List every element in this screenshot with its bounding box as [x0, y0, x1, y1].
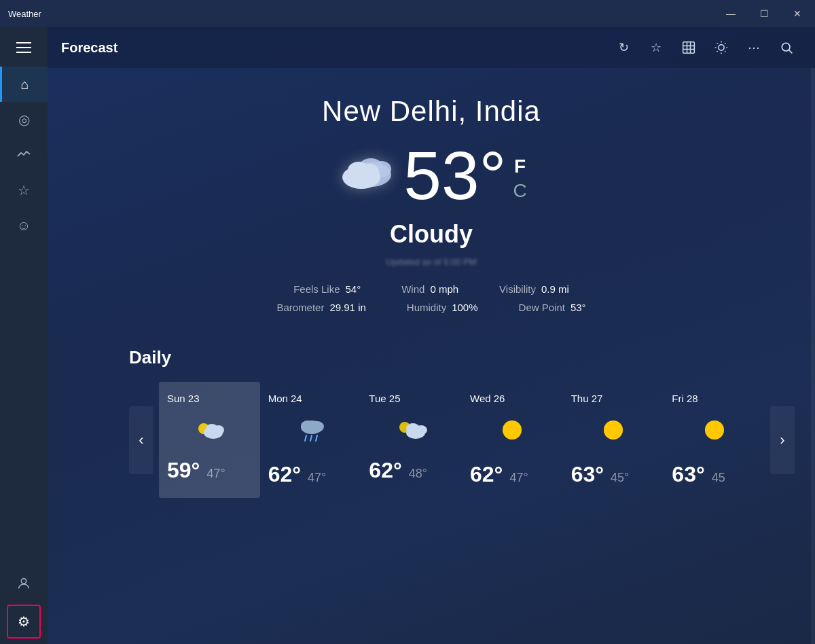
day-card-mon24[interactable]: Mon 24 62°: [260, 382, 361, 498]
feels-like-detail: Feels Like 54°: [293, 283, 361, 295]
content-area: Forecast ↻ ☆: [48, 27, 815, 644]
day-temps: 59° 47°: [167, 458, 225, 483]
detail-row-2: Barometer 29.91 in Humidity 100% Dew Poi…: [276, 302, 585, 313]
day-weather-icon: [698, 414, 731, 452]
day-low: 47°: [308, 471, 326, 485]
day-high: 59°: [167, 458, 200, 483]
daily-cards: Sun 23 59° 47°: [159, 382, 765, 498]
detail-row-1: Feels Like 54° Wind 0 mph Visibility 0.9…: [293, 283, 569, 295]
historical-icon: [16, 145, 32, 165]
close-button[interactable]: ✕: [788, 7, 807, 20]
svg-line-32: [316, 435, 317, 441]
app-container: ⌂ ◎ ☆ ☺: [0, 27, 815, 644]
profile-icon: [16, 576, 31, 594]
settings-button[interactable]: ⚙: [7, 605, 41, 639]
svg-line-16: [789, 50, 793, 54]
visibility-detail: Visibility 0.9 mi: [499, 283, 569, 295]
humidity-value: 100%: [452, 302, 477, 313]
sidebar-item-news[interactable]: ☺: [0, 208, 48, 243]
celsius-unit[interactable]: C: [513, 180, 527, 202]
day-label: Fri 28: [672, 393, 698, 404]
dew-point-detail: Dew Point 53°: [519, 302, 586, 313]
day-label: Sun 23: [167, 393, 200, 404]
day-high: 62°: [268, 462, 301, 487]
day-high: 62°: [470, 462, 503, 487]
fahrenheit-unit[interactable]: F: [513, 156, 527, 177]
title-bar: Weather — ☐ ✕: [0, 0, 815, 27]
weather-details-2: Barometer 29.91 in Humidity 100% Dew Poi…: [276, 302, 585, 313]
svg-point-22: [360, 164, 379, 180]
day-weather-icon: [193, 414, 225, 448]
temperature-units: F C: [513, 156, 527, 202]
units-button[interactable]: [706, 33, 736, 62]
day-card-wed26[interactable]: Wed 26 62° 47°: [462, 382, 563, 498]
day-high: 62°: [369, 458, 401, 483]
day-temps: 62° 48°: [369, 458, 427, 483]
day-low: 45: [712, 471, 725, 485]
scrollbar[interactable]: [811, 68, 815, 644]
day-card-tue25[interactable]: Tue 25 62° 48°: [361, 382, 462, 498]
dew-point-value: 53°: [570, 302, 586, 313]
svg-point-38: [503, 421, 522, 440]
app-title: Weather: [8, 9, 714, 19]
day-high: 63°: [672, 462, 704, 487]
svg-line-9: [717, 43, 718, 44]
barometer-value: 29.91 in: [329, 302, 365, 313]
sidebar-item-historical[interactable]: [0, 137, 48, 173]
home-icon: ⌂: [20, 77, 29, 92]
pin-button[interactable]: [674, 33, 704, 62]
favorites-icon: ☆: [18, 182, 30, 198]
day-card-sun23[interactable]: Sun 23 59° 47°: [159, 382, 260, 498]
temperature-display: 53° F C: [336, 141, 526, 209]
weather-details: Feels Like 54° Wind 0 mph Visibility 0.9…: [293, 283, 569, 295]
daily-title: Daily: [129, 347, 795, 368]
day-card-thu27[interactable]: Thu 27 63° 45°: [563, 382, 664, 498]
svg-line-31: [310, 435, 312, 441]
svg-point-42: [705, 421, 724, 440]
day-label: Mon 24: [268, 393, 302, 404]
dew-point-label: Dew Point: [519, 302, 565, 313]
svg-point-29: [310, 421, 324, 432]
visibility-label: Visibility: [499, 283, 536, 295]
weather-main: New Delhi, India 53°: [48, 68, 815, 334]
profile-button[interactable]: [7, 568, 41, 602]
refresh-button[interactable]: ↻: [609, 33, 638, 62]
day-label: Wed 26: [470, 393, 505, 404]
day-temps: 63° 45°: [571, 462, 630, 487]
hamburger-line: [16, 42, 31, 43]
hamburger-button[interactable]: [7, 33, 41, 62]
day-weather-icon: [597, 414, 630, 452]
daily-scroll-container: ‹ Sun 23: [129, 382, 795, 498]
favorite-button[interactable]: ☆: [641, 33, 671, 62]
radar-icon: ◎: [18, 111, 30, 128]
day-weather-icon: [294, 414, 327, 452]
day-low: 47°: [206, 467, 225, 481]
feels-like-label: Feels Like: [293, 283, 340, 295]
svg-line-14: [725, 43, 725, 44]
svg-rect-1: [683, 42, 695, 54]
scroll-right-button[interactable]: ›: [770, 406, 795, 474]
day-weather-icon: [395, 414, 428, 448]
minimize-button[interactable]: —: [721, 7, 741, 20]
nav-items: ⌂ ◎ ☆ ☺: [0, 67, 48, 568]
day-card-fri28[interactable]: Fri 28 63° 45: [664, 382, 765, 498]
day-temps: 63° 45: [672, 462, 725, 487]
day-temps: 62° 47°: [268, 462, 327, 487]
sidebar-item-radar[interactable]: ◎: [0, 102, 48, 137]
svg-point-40: [604, 421, 623, 440]
more-button[interactable]: ⋯: [739, 33, 769, 62]
day-low: 48°: [409, 467, 427, 481]
svg-point-15: [782, 43, 790, 51]
day-low: 47°: [509, 471, 528, 485]
sidebar-item-home[interactable]: ⌂: [0, 67, 48, 102]
day-label: Tue 25: [369, 393, 400, 404]
weather-icon-large: [336, 146, 397, 204]
weather-condition: Cloudy: [390, 220, 473, 249]
news-icon: ☺: [17, 218, 31, 234]
city-name: New Delhi, India: [322, 95, 541, 128]
scroll-left-button[interactable]: ‹: [129, 406, 153, 474]
toolbar: Forecast ↻ ☆: [48, 27, 815, 68]
sidebar-item-favorites[interactable]: ☆: [0, 173, 48, 208]
search-button[interactable]: [772, 33, 801, 62]
maximize-button[interactable]: ☐: [755, 7, 774, 20]
